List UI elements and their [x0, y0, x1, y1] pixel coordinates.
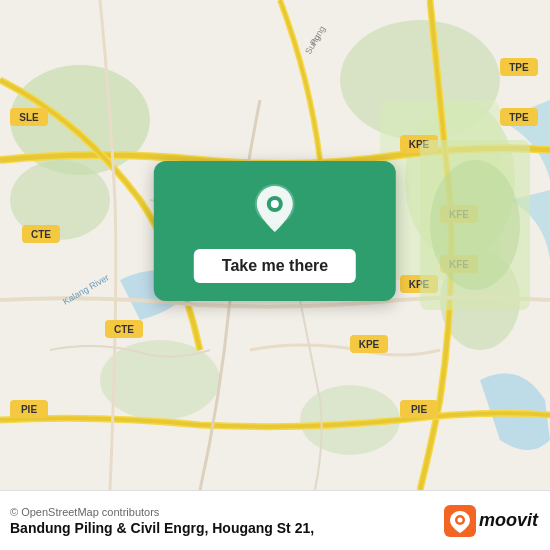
take-me-there-button[interactable]: Take me there [194, 249, 356, 283]
moovit-brand-text: moovit [479, 510, 538, 531]
svg-text:PIE: PIE [21, 404, 37, 415]
svg-text:TPE: TPE [509, 62, 529, 73]
svg-point-40 [271, 200, 279, 208]
svg-text:SLE: SLE [19, 112, 39, 123]
navigation-card: Take me there [154, 161, 396, 301]
svg-text:PIE: PIE [411, 404, 427, 415]
moovit-logo: moovit [444, 505, 538, 537]
place-name: Bandung Piling & Civil Engrg, Hougang St… [10, 520, 314, 536]
moovit-brand-icon [444, 505, 476, 537]
map-container: SLE CTE CTE PIE PIE TPE TPE KPE KPE KPE … [0, 0, 550, 490]
location-pin-icon [249, 183, 301, 235]
footer-info: © OpenStreetMap contributors Bandung Pil… [10, 506, 314, 536]
svg-point-37 [430, 160, 520, 290]
svg-point-43 [457, 517, 462, 522]
svg-text:CTE: CTE [114, 324, 134, 335]
green-card[interactable]: Take me there [154, 161, 396, 301]
osm-attribution: © OpenStreetMap contributors [10, 506, 314, 518]
svg-text:CTE: CTE [31, 229, 51, 240]
footer: © OpenStreetMap contributors Bandung Pil… [0, 490, 550, 550]
svg-text:KPE: KPE [359, 339, 380, 350]
svg-text:TPE: TPE [509, 112, 529, 123]
